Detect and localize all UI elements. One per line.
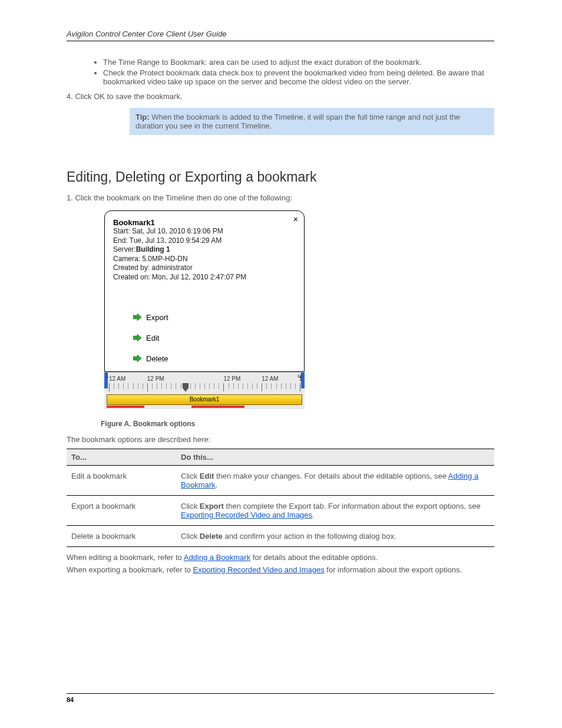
footnotes: When editing a bookmark, refer to Adding… bbox=[67, 553, 494, 574]
timeline-scale: 12 AM 12 PM 12 PM 12 AM bbox=[109, 375, 300, 393]
timeline-playhead-icon[interactable] bbox=[183, 383, 189, 391]
table-link[interactable]: Exporting Recorded Video and Images bbox=[181, 510, 312, 519]
bookmark-server-value: Building 1 bbox=[136, 245, 170, 253]
timeline-labels: 12 AM 12 PM 12 PM 12 AM bbox=[109, 375, 300, 382]
bookmark-server: Server:Building 1 bbox=[113, 245, 296, 255]
bookmark-created-by: Created by: administrator bbox=[113, 263, 296, 273]
table-row: Delete a bookmarkClick Delete and confir… bbox=[67, 525, 494, 546]
export-action[interactable]: Export bbox=[133, 313, 296, 322]
arrow-right-icon bbox=[133, 355, 141, 362]
step-1: 1. Click the bookmark on the Timeline th… bbox=[67, 193, 494, 202]
bookmark-popup: × Bookmark1 Start: Sat, Jul 10, 2010 6:1… bbox=[104, 210, 305, 372]
table-cell-to: Edit a bookmark bbox=[67, 465, 176, 495]
intro-list-item: The Time Range to Bookmark: area can be … bbox=[103, 58, 494, 67]
footnote-pre: When editing a bookmark, refer to bbox=[67, 553, 184, 562]
after-figure-text: The bookmark options are described here: bbox=[67, 435, 494, 444]
footnote-post: for information about the export options… bbox=[325, 565, 462, 574]
bookmark-camera: Camera: 5.0MP-HD-DN bbox=[113, 255, 296, 264]
timeline-label bbox=[186, 375, 224, 382]
bookmark-created-on: Created on: Mon, Jul 12, 2010 2:47:07 PM bbox=[113, 273, 296, 282]
arrow-right-icon bbox=[133, 334, 141, 341]
footnote: When editing a bookmark, refer to Adding… bbox=[67, 553, 494, 562]
bookmark-bar[interactable]: Bookmark1 bbox=[107, 394, 302, 405]
timeline-edge-left: 1 bbox=[105, 373, 109, 388]
intro-list-item: Check the Protect bookmark data check bo… bbox=[103, 68, 494, 86]
timeline-ticks bbox=[109, 383, 300, 391]
footnote: When exporting a bookmark, refer to Expo… bbox=[67, 565, 494, 574]
section-title: Editing, Deleting or Exporting a bookmar… bbox=[67, 169, 494, 185]
table-cell-do: Click Edit then make your changes. For d… bbox=[176, 465, 494, 495]
svg-marker-2 bbox=[133, 355, 141, 362]
timeline-recorded-segment bbox=[107, 406, 144, 408]
footnote-pre: When exporting a bookmark, refer to bbox=[67, 565, 193, 574]
close-icon[interactable]: × bbox=[293, 215, 298, 224]
table-head-do: Do this... bbox=[176, 449, 494, 465]
table-cell-to: Export a bookmark bbox=[67, 495, 176, 525]
bookmark-name: Bookmark1 bbox=[113, 218, 296, 227]
timeline-label: 12 PM bbox=[147, 375, 186, 382]
figure-caption: Figure A. Bookmark options bbox=[101, 420, 494, 428]
options-table: To... Do this... Edit a bookmarkClick Ed… bbox=[67, 449, 494, 547]
bookmark-actions: Export Edit Delete bbox=[133, 313, 296, 363]
bookmark-start: Start: Sat, Jul 10, 2010 6:19:06 PM bbox=[113, 227, 296, 236]
timeline[interactable]: 1 ul 1 12 AM 12 PM 12 PM 12 AM Bookmark1 bbox=[104, 372, 305, 409]
table-cell-to: Delete a bookmark bbox=[67, 525, 176, 546]
bookmark-server-label: Server: bbox=[113, 245, 136, 253]
svg-marker-0 bbox=[133, 314, 141, 321]
table-row: Export a bookmarkClick Export then compl… bbox=[67, 495, 494, 525]
footnote-post: for details about the editable options. bbox=[250, 553, 378, 562]
edit-action[interactable]: Edit bbox=[133, 334, 296, 342]
svg-marker-3 bbox=[183, 383, 189, 391]
intro-list: The Time Range to Bookmark: area can be … bbox=[80, 58, 494, 86]
save-step: 4. Click OK to save the bookmark. bbox=[67, 92, 494, 101]
timeline-label: 12 AM bbox=[262, 375, 300, 382]
tip-box: Tip: When the bookmark is added to the T… bbox=[130, 108, 494, 135]
arrow-right-icon bbox=[133, 314, 141, 321]
export-label: Export bbox=[146, 313, 168, 322]
table-cell-do: Click Delete and confirm your action in … bbox=[176, 525, 494, 546]
delete-action[interactable]: Delete bbox=[133, 354, 296, 363]
timeline-label: 12 PM bbox=[223, 375, 262, 382]
timeline-label: 12 AM bbox=[109, 375, 147, 382]
bookmark-popup-screenshot: × Bookmark1 Start: Sat, Jul 10, 2010 6:1… bbox=[104, 210, 305, 409]
page-header: Avigilon Control Center Core Client User… bbox=[67, 29, 494, 41]
page-number: 84 bbox=[67, 696, 74, 703]
delete-label: Delete bbox=[146, 354, 168, 363]
svg-marker-1 bbox=[133, 334, 141, 341]
timeline-recorded-segment bbox=[191, 406, 244, 408]
table-head-to: To... bbox=[67, 449, 176, 465]
tip-label: Tip: bbox=[135, 113, 150, 121]
page-footer: 84 bbox=[67, 693, 494, 703]
footnote-link[interactable]: Adding a Bookmark bbox=[184, 553, 250, 562]
table-row: Edit a bookmarkClick Edit then make your… bbox=[67, 465, 494, 495]
table-cell-do: Click Export then complete the Export ta… bbox=[176, 495, 494, 525]
bookmark-end: End: Tue, Jul 13, 2010 9:54:29 AM bbox=[113, 236, 296, 246]
tip-text: When the bookmark is added to the Timeli… bbox=[135, 113, 460, 130]
options-table-body: Edit a bookmarkClick Edit then make your… bbox=[67, 465, 494, 546]
footnote-link[interactable]: Exporting Recorded Video and Images bbox=[193, 565, 325, 574]
edit-label: Edit bbox=[146, 334, 159, 342]
